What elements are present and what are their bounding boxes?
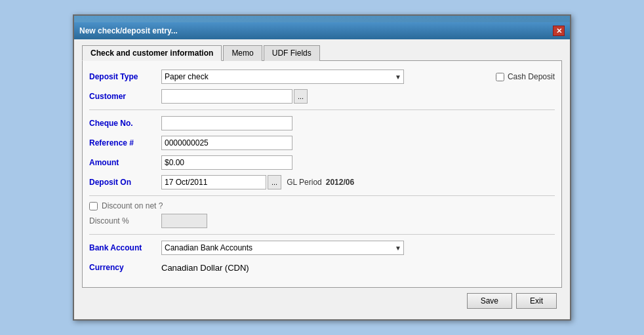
reference-row: Reference # <box>89 135 555 151</box>
exit-button[interactable]: Exit <box>516 293 557 309</box>
amount-row: Amount <box>89 155 555 170</box>
customer-row: Customer ... <box>89 89 555 104</box>
discount-pct-input <box>161 214 207 228</box>
close-button[interactable]: ✕ <box>553 26 565 36</box>
save-button[interactable]: Save <box>467 293 512 309</box>
top-blur-bar <box>74 16 570 22</box>
deposit-type-label: Deposit Type <box>89 72 161 81</box>
window-title: New check/deposit entry... <box>79 26 178 35</box>
bank-account-row: Bank Account Canadian Bank Accounts US B… <box>89 240 555 256</box>
reference-label: Reference # <box>89 138 161 148</box>
discount-pct-label: Discount % <box>89 216 161 226</box>
deposit-type-select-wrapper: Paper check Electronic Cash ▼ <box>161 69 404 84</box>
main-window: New check/deposit entry... ✕ Check and c… <box>73 14 571 321</box>
tab-content: Deposit Type Paper check Electronic Cash… <box>82 61 562 288</box>
customer-input[interactable] <box>161 89 292 104</box>
title-bar: New check/deposit entry... ✕ <box>74 22 570 39</box>
bank-account-label: Bank Account <box>89 243 161 252</box>
cheque-no-label: Cheque No. <box>89 119 161 128</box>
cash-deposit-area: Cash Deposit <box>483 72 555 81</box>
divider-1 <box>89 109 555 110</box>
divider-2 <box>89 195 555 196</box>
discount-net-checkbox[interactable] <box>89 202 98 210</box>
cheque-no-input[interactable] <box>161 116 292 130</box>
cash-deposit-label: Cash Deposit <box>508 72 555 81</box>
currency-label: Currency <box>89 263 161 272</box>
gl-period-value: 2012/06 <box>326 178 354 187</box>
currency-row: Currency Canadian Dollar (CDN) <box>89 260 555 275</box>
bank-account-select[interactable]: Canadian Bank Accounts US Bank Accounts <box>161 241 404 255</box>
window-body: Check and customer information Memo UDF … <box>74 39 570 319</box>
currency-value: Canadian Dollar (CDN) <box>161 263 249 273</box>
gl-period-label: GL Period <box>287 178 322 187</box>
customer-label: Customer <box>89 92 161 101</box>
cheque-no-row: Cheque No. <box>89 115 555 131</box>
deposit-on-row: Deposit On ... GL Period 2012/06 <box>89 174 555 190</box>
tab-bar: Check and customer information Memo UDF … <box>82 45 562 61</box>
customer-browse-button[interactable]: ... <box>294 89 308 104</box>
tab-memo[interactable]: Memo <box>223 45 262 61</box>
bank-account-select-wrapper: Canadian Bank Accounts US Bank Accounts … <box>161 241 404 255</box>
deposit-type-select[interactable]: Paper check Electronic Cash <box>161 69 404 84</box>
deposit-on-input[interactable] <box>161 175 266 189</box>
discount-net-row: Discount on net ? <box>89 201 555 210</box>
cash-deposit-checkbox-label[interactable]: Cash Deposit <box>496 72 555 81</box>
gl-period-area: GL Period 2012/06 <box>287 178 354 187</box>
deposit-on-browse-button[interactable]: ... <box>268 175 281 189</box>
deposit-type-row: Deposit Type Paper check Electronic Cash… <box>89 69 555 85</box>
divider-3 <box>89 234 555 235</box>
amount-input[interactable] <box>161 155 292 170</box>
discount-net-label: Discount on net ? <box>102 201 163 210</box>
discount-pct-row: Discount % <box>89 213 555 229</box>
amount-label: Amount <box>89 158 161 167</box>
tab-udf-fields[interactable]: UDF Fields <box>264 45 320 61</box>
cash-deposit-checkbox[interactable] <box>496 73 504 81</box>
deposit-on-label: Deposit On <box>89 178 161 187</box>
tab-check-info[interactable]: Check and customer information <box>82 45 222 61</box>
reference-input[interactable] <box>161 136 292 150</box>
bottom-bar: Save Exit <box>82 288 562 311</box>
